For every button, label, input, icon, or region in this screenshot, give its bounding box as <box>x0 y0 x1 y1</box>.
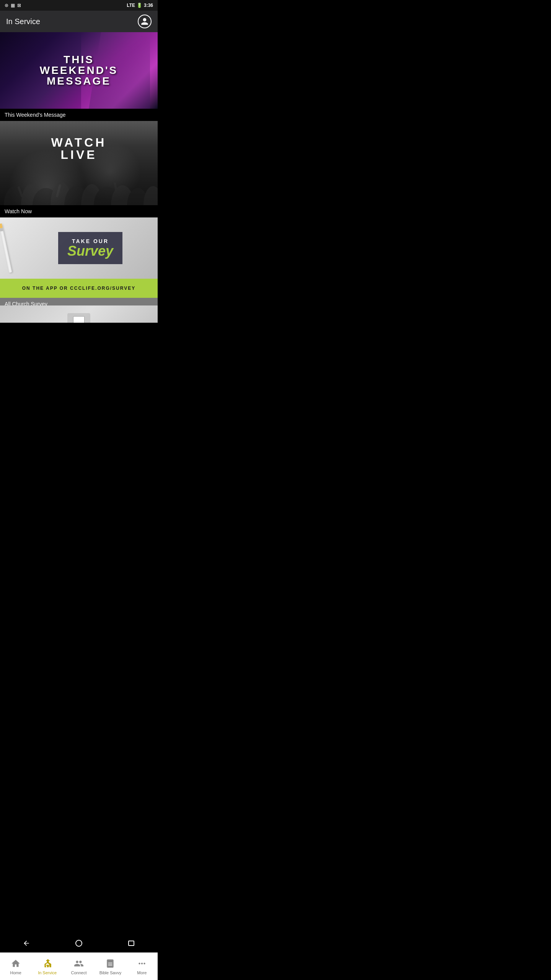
notification-icon: ⊠ <box>17 3 21 8</box>
status-right: LTE 🔋 3:36 <box>127 3 153 8</box>
watch-live-text: WATCHLIVE <box>8 136 150 161</box>
signal-icon: ▦ <box>11 3 15 8</box>
survey-url-text: ON THE APP OR CCCLIFE.ORG/SURVEY <box>22 286 135 291</box>
survey-label: All Church Survey <box>0 298 158 305</box>
page-title: In Service <box>6 17 40 26</box>
begin-belong-card[interactable] <box>0 305 158 323</box>
battery-icon: 🔋 <box>137 3 142 8</box>
weekend-message-text: THISWEEKEND'SMESSAGE <box>40 54 118 87</box>
clock: 3:36 <box>144 3 153 8</box>
survey-script-text: Survey <box>67 244 113 258</box>
wifi-icon: ⊛ <box>5 3 8 8</box>
main-content: THISWEEKEND'SMESSAGE This Weekend's Mess… <box>0 32 158 323</box>
person-icon <box>140 17 149 26</box>
watch-now-card[interactable]: WATCHLIVE Watch Now <box>0 121 158 217</box>
watch-now-label: Watch Now <box>0 205 158 217</box>
weekend-message-label: This Weekend's Message <box>0 109 158 121</box>
profile-button[interactable] <box>138 15 152 28</box>
svg-point-9 <box>143 186 158 205</box>
weekend-message-card[interactable]: THISWEEKEND'SMESSAGE This Weekend's Mess… <box>0 32 158 121</box>
crowd-silhouette <box>0 175 158 205</box>
survey-text-box: TAKE OUR Survey <box>58 232 122 264</box>
status-bar: ⊛ ▦ ⊠ LTE 🔋 3:36 <box>0 0 158 11</box>
app-header: In Service <box>0 11 158 32</box>
network-type: LTE <box>127 3 135 8</box>
survey-card[interactable]: TAKE OUR Survey ON THE APP OR CCCLIFE.OR… <box>0 217 158 305</box>
survey-bottom: ON THE APP OR CCCLIFE.ORG/SURVEY <box>0 279 158 298</box>
status-left: ⊛ ▦ ⊠ <box>5 3 21 8</box>
